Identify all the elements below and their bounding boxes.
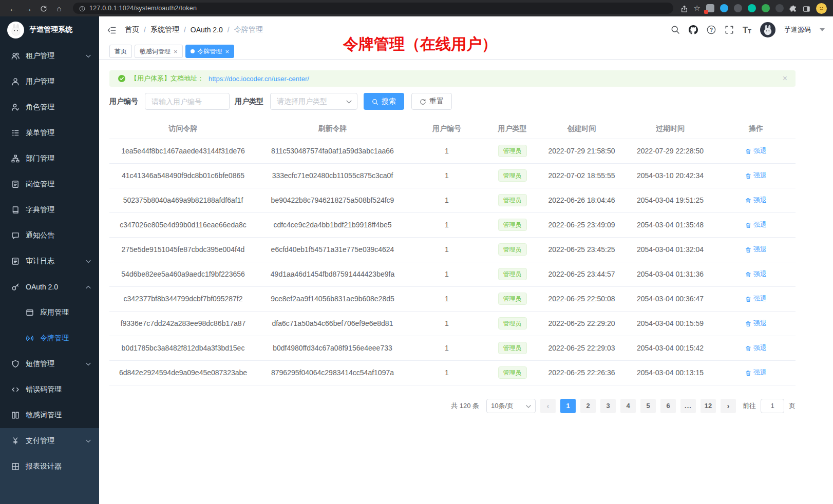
more-pages-button[interactable]: ... <box>680 399 696 413</box>
page-button-6[interactable]: 6 <box>660 399 676 413</box>
page-button-1[interactable]: 1 <box>560 399 576 413</box>
page-button-4[interactable]: 4 <box>620 399 636 413</box>
sidebar-item-sms[interactable]: 短信管理 <box>0 351 99 377</box>
force-logout-button[interactable]: 强退 <box>745 245 767 254</box>
search-button[interactable]: 搜索 <box>364 93 404 110</box>
collapse-sidebar-icon[interactable] <box>107 25 117 35</box>
sidebar-item-sensitive-word[interactable]: 敏感词管理 <box>0 402 99 428</box>
close-icon[interactable]: × <box>174 48 178 55</box>
prev-page-button[interactable]: ‹ <box>540 399 556 413</box>
force-logout-button[interactable]: 强退 <box>745 146 767 156</box>
doc-link[interactable]: https://doc.iocoder.cn/user-center/ <box>209 75 309 83</box>
page-size-select[interactable]: 10条/页 <box>486 399 536 413</box>
reload-button[interactable] <box>37 2 50 14</box>
refresh-token-cell: dfa6c71a50a54c66bef706ef9e6e8d81 <box>257 311 408 336</box>
font-size-icon[interactable]: TT <box>743 26 751 34</box>
force-logout-button[interactable]: 强退 <box>745 269 767 279</box>
action-cell: 强退 <box>716 237 796 262</box>
sidebar-item-oauth2[interactable]: OAuth 2.0 <box>0 274 99 300</box>
force-logout-button[interactable]: 强退 <box>745 368 767 377</box>
reset-button[interactable]: 重置 <box>411 93 452 110</box>
page-button-2[interactable]: 2 <box>580 399 596 413</box>
force-logout-button[interactable]: 强退 <box>745 319 767 328</box>
book-icon <box>11 206 20 214</box>
bookmark-star-icon[interactable]: ☆ <box>694 4 701 13</box>
sidebar-item-tenant[interactable]: 租户管理 <box>0 43 99 69</box>
user-type-cell: 管理员 <box>485 262 539 286</box>
ext-green-icon[interactable] <box>762 4 770 12</box>
force-logout-button[interactable]: 强退 <box>745 220 767 229</box>
force-logout-button[interactable]: 强退 <box>745 171 767 180</box>
page-button-5[interactable]: 5 <box>640 399 656 413</box>
forward-button[interactable]: → <box>22 2 35 14</box>
sidebar-item-post[interactable]: 岗位管理 <box>0 171 99 197</box>
sidebar-item-audit-log[interactable]: 审计日志 <box>0 248 99 274</box>
side-panel-icon[interactable] <box>803 4 810 13</box>
user-id-cell: 1 <box>408 262 485 286</box>
sidebar-item-oauth2-token[interactable]: 令牌管理 <box>0 325 99 351</box>
back-button[interactable]: ← <box>6 2 20 14</box>
tab-token[interactable]: 令牌管理× <box>185 45 235 58</box>
ext-darkgray-icon[interactable] <box>775 4 784 12</box>
sidebar-item-menu[interactable]: 菜单管理 <box>0 120 99 146</box>
user-type-badge: 管理员 <box>498 342 527 354</box>
next-page-button[interactable]: › <box>721 399 736 413</box>
sidebar-item-error-code[interactable]: 错误码管理 <box>0 377 99 402</box>
user-type-select[interactable]: 请选择用户类型 <box>270 93 357 110</box>
force-logout-button[interactable]: 强退 <box>745 294 767 303</box>
user-avatar[interactable] <box>760 22 775 37</box>
action-cell: 强退 <box>716 163 796 188</box>
card-icon <box>11 180 20 188</box>
breadcrumb-item[interactable]: 首页 <box>125 25 139 34</box>
force-logout-button[interactable]: 强退 <box>745 343 767 353</box>
sidebar-item-notice[interactable]: 通知公告 <box>0 223 99 248</box>
fullscreen-icon[interactable] <box>725 25 734 34</box>
tab-sensitive-word[interactable]: 敏感词管理× <box>135 45 183 58</box>
expire-time-cell: 2054-03-04 01:35:48 <box>624 212 716 237</box>
sidebar-item-label: 报表设计器 <box>26 462 91 471</box>
force-logout-label: 强退 <box>753 343 767 353</box>
user-id-input[interactable] <box>145 93 230 110</box>
search-icon[interactable] <box>671 25 680 34</box>
access-token-cell: 1ea5e44f8bc1467aaede43144f31de76 <box>109 139 257 163</box>
url-bar[interactable]: 127.0.0.1:1024/system/oauth2/token <box>73 3 673 14</box>
force-logout-button[interactable]: 强退 <box>745 196 767 205</box>
table-row: 502375b8040a469a9b82188afdf6af1fbe90422b… <box>109 188 796 212</box>
sidebar-item-oauth2-app[interactable]: 应用管理 <box>0 300 99 325</box>
ext-teal-icon[interactable] <box>748 4 756 12</box>
sidebar-item-dict[interactable]: 字典管理 <box>0 197 99 223</box>
tab-home[interactable]: 首页 <box>109 45 132 58</box>
close-icon[interactable]: × <box>225 48 230 55</box>
extensions-puzzle-icon[interactable] <box>789 4 797 13</box>
breadcrumb-item[interactable]: 系统管理 <box>150 25 179 34</box>
chevron-down-icon[interactable] <box>820 28 825 31</box>
ext-dark-icon[interactable] <box>734 4 742 12</box>
refresh-icon <box>420 98 426 106</box>
chevron-down-icon <box>526 402 531 410</box>
app-logo[interactable]: 芋道管理系统 <box>0 16 99 43</box>
close-icon[interactable]: × <box>783 74 787 83</box>
user-name[interactable]: 芋道源码 <box>784 25 811 34</box>
site-info-icon[interactable] <box>79 5 85 12</box>
help-icon[interactable]: ? <box>707 25 716 34</box>
github-icon[interactable] <box>689 25 698 34</box>
browser-actions: ☆ <box>680 3 827 14</box>
page-button-12[interactable]: 12 <box>701 399 716 413</box>
share-icon[interactable] <box>680 4 688 13</box>
ext-blue-icon[interactable] <box>720 4 728 12</box>
ext-gray-icon[interactable] <box>706 4 714 12</box>
breadcrumb-item[interactable]: OAuth 2.0 <box>191 26 223 34</box>
access-token-cell: c347026e805e4d99b0d116eae66eda8c <box>109 212 257 237</box>
home-button[interactable]: ⌂ <box>52 2 66 14</box>
trash-icon <box>745 369 751 377</box>
sidebar-item-pay[interactable]: 支付管理 <box>0 428 99 454</box>
sidebar-item-report-designer[interactable]: 报表设计器 <box>0 454 99 479</box>
sidebar-item-dept[interactable]: 部门管理 <box>0 146 99 171</box>
page-button-3[interactable]: 3 <box>600 399 616 413</box>
sidebar-item-role[interactable]: 角色管理 <box>0 94 99 120</box>
browser-profile-avatar[interactable] <box>816 3 827 14</box>
sidebar-item-user[interactable]: 用户管理 <box>0 69 99 94</box>
goto-page-input[interactable] <box>761 399 784 413</box>
sidebar: 芋道管理系统 租户管理用户管理角色管理菜单管理部门管理岗位管理字典管理通知公告审… <box>0 16 99 504</box>
users-icon <box>11 52 20 60</box>
